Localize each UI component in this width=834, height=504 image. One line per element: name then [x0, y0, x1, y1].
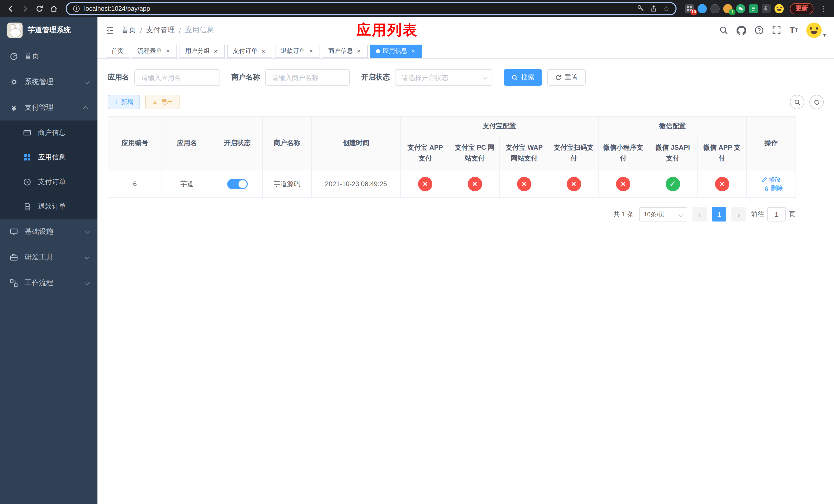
- enable-toggle[interactable]: [227, 179, 247, 189]
- screen: localhost:1024/pay/app ☆ 10 1: [0, 0, 834, 504]
- sidebar-item-label: 支付管理: [25, 103, 53, 112]
- tab-grid-extension-icon[interactable]: 10: [685, 4, 694, 13]
- page-title: 应用列表: [356, 21, 418, 40]
- notes-extension-icon[interactable]: [749, 4, 758, 13]
- cell-alipay-wap: ×: [499, 170, 549, 198]
- breadcrumb-separator: /: [179, 26, 181, 35]
- breadcrumb-payment[interactable]: 支付管理: [146, 26, 175, 35]
- tab-refund-orders[interactable]: 退款订单×: [275, 44, 320, 58]
- tab-home[interactable]: 首页: [106, 44, 129, 58]
- toggle-search-button[interactable]: [790, 95, 804, 109]
- col-header-alipay-wap: 支付宝 WAP 网站支付: [499, 136, 549, 170]
- browser-update-button[interactable]: 更新: [790, 3, 813, 14]
- tab-process-form[interactable]: 流程表单×: [132, 44, 177, 58]
- table-toolbar: + 新增 导出: [108, 95, 824, 109]
- sidebar-collapse-icon[interactable]: [106, 26, 114, 35]
- sidebar-item-payment[interactable]: ¥ 支付管理: [0, 95, 97, 120]
- breadcrumb-home[interactable]: 首页: [122, 26, 136, 35]
- status-select-input[interactable]: [395, 69, 492, 86]
- site-info-icon[interactable]: [73, 5, 80, 12]
- status-cross-icon: ×: [715, 177, 729, 191]
- dark-extension-icon[interactable]: [710, 4, 720, 13]
- edit-button[interactable]: 修改: [762, 175, 781, 184]
- browser-menu-icon[interactable]: ⋮: [816, 2, 830, 15]
- app-logo: [7, 23, 23, 38]
- bookmark-star-icon[interactable]: ☆: [663, 5, 670, 12]
- blue-extension-icon[interactable]: [698, 4, 707, 13]
- close-icon[interactable]: ×: [410, 48, 416, 54]
- home-icon[interactable]: [47, 2, 61, 15]
- col-header-wechat-mini: 微信小程序支付: [598, 136, 648, 170]
- status-check-icon: ✓: [665, 177, 680, 191]
- tab-app-info[interactable]: 应用信息×: [370, 44, 422, 58]
- dashboard-icon: [9, 52, 19, 61]
- add-button[interactable]: + 新增: [108, 95, 140, 109]
- order-icon: [23, 178, 32, 186]
- close-icon[interactable]: ×: [355, 48, 362, 54]
- address-bar[interactable]: localhost:1024/pay/app ☆: [66, 2, 677, 15]
- app-table: 应用编号 应用名 开启状态 商户名称 创建时间 支付宝配置 微信配置 操作 支付…: [108, 116, 796, 198]
- puzzle-extension-icon[interactable]: [762, 4, 771, 13]
- search-button[interactable]: 搜索: [504, 69, 542, 86]
- table-row: 6 芋道 芋道源码 2021-10-23 08:49:25 × × × × ×: [108, 170, 796, 198]
- sidebar-item-infrastructure[interactable]: 基础设施: [0, 219, 97, 245]
- delete-button[interactable]: 删除: [764, 184, 783, 192]
- close-icon[interactable]: ×: [164, 48, 171, 54]
- goto-prefix: 前往: [751, 210, 764, 219]
- search-icon[interactable]: [719, 26, 729, 35]
- cell-wechat-jsapi: ✓: [648, 170, 697, 198]
- page-size-select[interactable]: 10条/页: [639, 207, 687, 222]
- share-icon[interactable]: [650, 5, 658, 12]
- forward-icon[interactable]: [19, 2, 32, 15]
- chevron-down-icon: [85, 254, 90, 259]
- tab-pay-orders[interactable]: 支付订单×: [227, 44, 272, 58]
- sidebar-item-label: 支付订单: [38, 177, 66, 187]
- export-button[interactable]: 导出: [145, 95, 180, 109]
- sidebar-item-home[interactable]: 首页: [0, 44, 97, 69]
- status-select[interactable]: [395, 69, 492, 86]
- user-avatar[interactable]: ▾: [806, 23, 826, 38]
- sidebar-item-merchant-info[interactable]: 商户信息: [0, 120, 97, 145]
- back-icon[interactable]: [4, 2, 18, 15]
- next-page-button[interactable]: ›: [731, 207, 746, 222]
- emoji-extension-icon[interactable]: [774, 4, 784, 13]
- reload-icon[interactable]: [33, 2, 46, 15]
- col-header-ops: 操作: [747, 117, 796, 170]
- col-header-wechat-jsapi: 微信 JSAPI 支付: [648, 136, 697, 170]
- sidebar-item-app-info[interactable]: 应用信息: [0, 145, 97, 170]
- status-cross-icon: ×: [517, 177, 531, 191]
- close-icon[interactable]: ×: [212, 48, 219, 54]
- sidebar-item-workflow[interactable]: 工作流程: [0, 270, 97, 296]
- col-header-merchant: 商户名称: [262, 117, 312, 170]
- fullscreen-icon[interactable]: [772, 26, 782, 35]
- password-key-icon[interactable]: [637, 5, 645, 12]
- refresh-table-button[interactable]: [809, 95, 824, 109]
- sidebar-item-system[interactable]: 系统管理: [0, 69, 97, 95]
- col-header-alipay-app: 支付宝 APP 支付: [400, 136, 450, 170]
- close-icon[interactable]: ×: [308, 48, 314, 54]
- sidebar-item-pay-orders[interactable]: 支付订单: [0, 170, 97, 194]
- goto-page-input[interactable]: [767, 207, 786, 222]
- avatar-extension-icon[interactable]: 1: [723, 4, 732, 13]
- prev-page-button[interactable]: ‹: [693, 207, 707, 222]
- reset-button[interactable]: 重置: [547, 69, 586, 86]
- plus-icon: +: [114, 98, 118, 106]
- tab-user-group[interactable]: 用户分组×: [179, 44, 225, 58]
- app-title: 芋道管理系统: [28, 26, 71, 35]
- close-icon[interactable]: ×: [260, 48, 267, 54]
- github-icon[interactable]: [737, 25, 747, 35]
- app-name-input[interactable]: [134, 69, 220, 86]
- extension-badge: 1: [729, 9, 736, 15]
- wechat-extension-icon[interactable]: [736, 4, 745, 13]
- tab-merchant-info[interactable]: 商户信息×: [323, 44, 368, 58]
- font-size-icon[interactable]: TT: [790, 26, 798, 35]
- sidebar-item-label: 商户信息: [38, 128, 66, 137]
- tags-view-bar: 首页 流程表单× 用户分组× 支付订单× 退款订单× 商户信息× 应用信息×: [97, 44, 834, 59]
- sidebar-item-dev-tools[interactable]: 研发工具: [0, 245, 97, 270]
- help-icon[interactable]: [755, 26, 764, 35]
- cell-ops: 修改 删除: [747, 170, 796, 198]
- merchant-name-input[interactable]: [265, 69, 350, 86]
- sidebar-item-label: 基础设施: [25, 227, 53, 236]
- page-number-1[interactable]: 1: [712, 207, 726, 222]
- sidebar-item-refund-orders[interactable]: 退款订单: [0, 194, 97, 219]
